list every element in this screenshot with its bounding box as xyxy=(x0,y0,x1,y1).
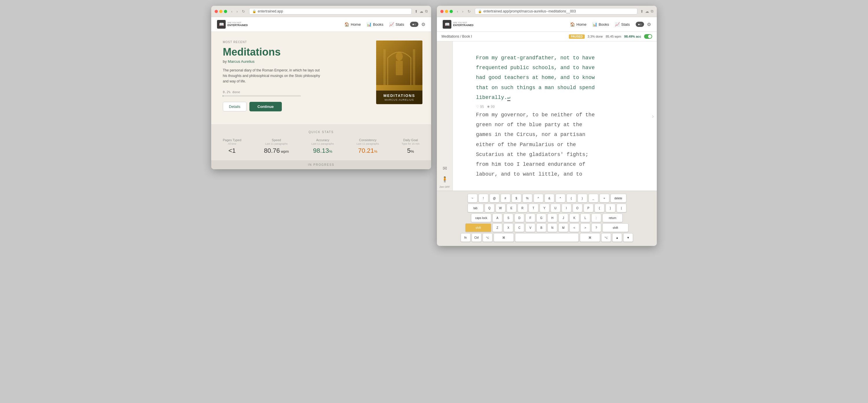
key-arrow-down[interactable]: ▼ xyxy=(623,233,633,242)
key-a[interactable]: A xyxy=(492,214,502,222)
key-percent[interactable]: % xyxy=(523,194,532,203)
nav-stats-right[interactable]: 📈 Stats xyxy=(615,22,630,27)
key-lt[interactable]: < xyxy=(569,223,579,232)
key-g[interactable]: G xyxy=(536,214,546,222)
typing-status-bar: Meditations / Book I PAUSED 3.3% done 85… xyxy=(437,32,657,41)
nav-books-right[interactable]: 📊 Books xyxy=(592,22,609,27)
nav-home-left[interactable]: 🏠 Home xyxy=(344,22,361,27)
key-shift-right[interactable]: shift xyxy=(602,223,628,232)
key-cmd-left[interactable]: ⌘ xyxy=(494,233,514,242)
address-bar-left[interactable]: 🔒 entertrained.app xyxy=(249,8,412,14)
key-j[interactable]: J xyxy=(558,214,568,222)
key-z[interactable]: Z xyxy=(492,223,502,232)
key-lparen[interactable]: ( xyxy=(566,194,576,203)
key-c[interactable]: C xyxy=(515,223,524,232)
maximize-button[interactable] xyxy=(224,10,227,13)
key-capslock[interactable]: caps lock xyxy=(471,214,491,222)
key-fn[interactable]: fn xyxy=(461,233,470,242)
key-s[interactable]: S xyxy=(503,214,513,222)
key-u[interactable]: U xyxy=(551,204,560,212)
back-button-right[interactable]: ‹ xyxy=(456,9,459,14)
minimize-button-right[interactable] xyxy=(445,10,448,13)
message-icon[interactable]: ✉ xyxy=(443,165,447,172)
key-return[interactable]: return xyxy=(602,214,623,222)
forward-button[interactable]: › xyxy=(235,9,239,14)
key-b[interactable]: B xyxy=(536,223,546,232)
key-gt[interactable]: > xyxy=(580,223,590,232)
key-star[interactable]: * xyxy=(556,194,565,203)
key-o[interactable]: O xyxy=(572,204,582,212)
typing-stats: PAUSED 3.3% done 85.45 wpm 98.49% acc xyxy=(569,34,652,39)
key-i[interactable]: I xyxy=(562,204,571,212)
key-d[interactable]: D xyxy=(515,214,524,222)
key-rparen[interactable]: ) xyxy=(578,194,587,203)
key-y[interactable]: Y xyxy=(539,204,550,212)
key-delete[interactable]: delete xyxy=(611,194,626,203)
settings-button-right[interactable]: ⚙ xyxy=(647,22,651,27)
toggle-button-right[interactable]: ●○ xyxy=(636,22,644,27)
key-shift-left[interactable]: shift xyxy=(465,223,491,232)
nav-home-right[interactable]: 🏠 Home xyxy=(570,22,587,27)
svg-point-2 xyxy=(396,52,403,61)
settings-button[interactable]: ⚙ xyxy=(421,22,425,27)
key-exclaim[interactable]: ! xyxy=(478,194,488,203)
key-ctrl[interactable]: Ctrl xyxy=(472,233,482,242)
key-e[interactable]: E xyxy=(507,204,517,212)
key-x[interactable]: X xyxy=(503,223,513,232)
next-arrow[interactable]: › xyxy=(652,113,654,120)
key-pipe[interactable]: | xyxy=(617,204,626,212)
key-p[interactable]: P xyxy=(584,204,593,212)
key-hash[interactable]: # xyxy=(500,194,510,203)
typing-main[interactable]: From my great-grandfather, not to havefr… xyxy=(453,41,657,191)
refresh-button[interactable]: ↻ xyxy=(241,9,246,14)
key-h[interactable]: H xyxy=(548,214,557,222)
app-nav-right: 🏠 Home 📊 Books 📈 Stats xyxy=(570,22,629,27)
key-dollar[interactable]: $ xyxy=(512,194,521,203)
author-link[interactable]: Marcus Aurelius xyxy=(228,59,254,64)
key-tab[interactable]: tab xyxy=(468,204,484,212)
close-button[interactable] xyxy=(215,10,218,13)
key-caret[interactable]: ^ xyxy=(533,194,544,203)
key-t[interactable]: T xyxy=(529,204,538,212)
keyboard-row-5: fn Ctrl ⌥ ⌘ ⌘ ⌥ ▲ ▼ xyxy=(439,233,654,242)
key-minus[interactable]: _ xyxy=(589,194,598,203)
details-button[interactable]: Details xyxy=(223,102,247,112)
key-at[interactable]: @ xyxy=(490,194,499,203)
continue-button[interactable]: Continue xyxy=(249,102,282,112)
key-l[interactable]: L xyxy=(580,214,590,222)
key-arrow-up[interactable]: ▲ xyxy=(612,233,622,242)
toggle-button[interactable]: ●○ xyxy=(410,22,418,27)
refresh-button-right[interactable]: ↻ xyxy=(466,9,472,14)
forward-button-right[interactable]: › xyxy=(461,9,464,14)
person-icon[interactable]: 🧍 xyxy=(441,176,448,183)
key-lbrace[interactable]: { xyxy=(595,204,604,212)
key-plus[interactable]: + xyxy=(599,194,609,203)
key-v[interactable]: V xyxy=(525,223,535,232)
nav-books-left[interactable]: 📊 Books xyxy=(367,22,383,27)
hero-buttons: Details Continue xyxy=(223,102,368,112)
nav-stats-left[interactable]: 📈 Stats xyxy=(389,22,404,27)
key-k[interactable]: K xyxy=(569,214,579,222)
key-question[interactable]: ? xyxy=(591,223,601,232)
key-r[interactable]: R xyxy=(518,204,527,212)
key-q[interactable]: Q xyxy=(485,204,494,212)
key-m[interactable]: M xyxy=(558,223,568,232)
key-n[interactable]: N xyxy=(548,223,557,232)
key-w[interactable]: W xyxy=(496,204,505,212)
key-rbrace[interactable]: } xyxy=(606,204,615,212)
key-amp[interactable]: & xyxy=(545,194,554,203)
close-button-right[interactable] xyxy=(440,10,443,13)
key-colon[interactable]: : xyxy=(591,214,601,222)
minimize-button[interactable] xyxy=(219,10,222,13)
key-cmd-right[interactable]: ⌘ xyxy=(580,233,600,242)
key-alt-right[interactable]: ⌥ xyxy=(601,233,611,242)
key-f[interactable]: F xyxy=(525,214,535,222)
maximize-button-right[interactable] xyxy=(450,10,453,13)
key-alt-left[interactable]: ⌥ xyxy=(483,233,492,242)
address-bar-right[interactable]: 🔒 entertrained.app/prompt/marcus-aureliu… xyxy=(475,8,638,14)
typing-area[interactable]: From my great-grandfather, not to havefr… xyxy=(453,41,657,191)
key-space[interactable] xyxy=(515,233,579,242)
back-button[interactable]: ‹ xyxy=(230,9,234,14)
key-tilde[interactable]: ~ xyxy=(468,194,477,203)
zen-label[interactable]: Zen OFF xyxy=(439,185,450,188)
